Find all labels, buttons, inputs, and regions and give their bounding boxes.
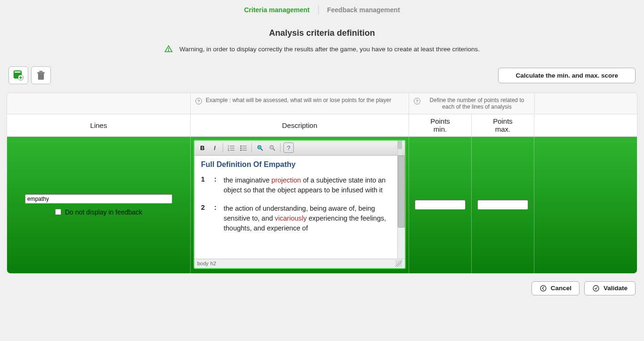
trash-icon — [35, 69, 47, 81]
warning-icon — [164, 45, 173, 53]
bulb-icon: ? — [195, 98, 202, 104]
editor-content[interactable]: Full Definition Of Empathy 1 : the imagi… — [194, 156, 397, 259]
definition-1: 1 : the imaginative projection of a subj… — [201, 175, 391, 195]
editor-toolbar: B I 123 — [194, 141, 405, 156]
editor-ordered-list-button[interactable]: 123 — [226, 143, 236, 153]
header-lines: Lines — [7, 114, 191, 136]
calculate-score-button[interactable]: Calculate the min. and max. score — [498, 68, 636, 83]
check-icon — [592, 285, 600, 292]
left-tools — [8, 66, 51, 84]
header-points-max: Points max. — [472, 114, 534, 136]
svg-point-27 — [270, 145, 274, 149]
editor-bold-button[interactable]: B — [197, 143, 208, 153]
editor-status-bar: body h2 — [194, 259, 405, 268]
hint-description: ? Example : what will be assessed, what … — [191, 93, 409, 114]
top-tabs: Criteria management Feedback management — [0, 0, 644, 20]
footer: Cancel Validate — [0, 274, 644, 295]
points-min-input[interactable] — [415, 200, 466, 210]
warning-text: Warning, in order to display correctly t… — [179, 46, 480, 53]
svg-point-29 — [540, 285, 546, 291]
editor-separator — [251, 143, 252, 152]
hint-lines — [7, 93, 191, 114]
hint-description-text: Example : what will be assessed, what wi… — [206, 97, 391, 103]
cell-rest — [534, 137, 637, 273]
no-display-label: Do not display in feedback — [65, 208, 142, 216]
svg-point-21 — [240, 148, 242, 149]
rich-text-editor[interactable]: B I 123 — [193, 140, 406, 269]
validate-button[interactable]: Validate — [584, 281, 636, 295]
header-description: Description — [191, 114, 409, 136]
hint-row: ? Example : what will be assessed, what … — [7, 93, 637, 114]
hint-rest — [535, 93, 637, 114]
back-icon — [539, 285, 547, 292]
cell-description: B I 123 — [191, 137, 409, 273]
svg-point-19 — [240, 145, 242, 147]
svg-point-25 — [258, 145, 261, 149]
editor-heading: Full Definition Of Empathy — [201, 160, 391, 169]
points-max-input[interactable] — [477, 200, 528, 210]
editor-toolbar-scrollbar[interactable] — [397, 141, 402, 155]
svg-rect-9 — [40, 71, 42, 72]
svg-point-1 — [168, 50, 169, 51]
hint-points: ? Define the number of points related to… — [409, 93, 535, 114]
criteria-grid: ? Example : what will be assessed, what … — [7, 93, 637, 274]
link-projection[interactable]: projection — [272, 176, 301, 184]
editor-path-h2[interactable]: h2 — [210, 261, 216, 266]
editor-separator — [223, 143, 223, 152]
cell-points-max — [472, 137, 534, 273]
no-display-checkbox[interactable] — [55, 209, 61, 215]
find-icon — [256, 144, 264, 151]
unordered-list-icon — [240, 144, 247, 151]
editor-resize-handle[interactable] — [395, 260, 402, 267]
svg-point-23 — [240, 150, 242, 151]
editor-scrollbar[interactable] — [397, 156, 405, 259]
criterion-row: Do not display in feedback B I 123 — [7, 137, 637, 273]
link-vicariously[interactable]: vicariously — [275, 214, 307, 222]
replace-icon — [268, 144, 276, 151]
editor-path-body[interactable]: body — [197, 261, 209, 266]
delete-criterion-button[interactable] — [31, 66, 51, 84]
add-icon — [12, 69, 24, 81]
editor-replace-button[interactable] — [267, 143, 277, 153]
page-title: Analysis criteria definition — [0, 28, 644, 38]
svg-rect-3 — [15, 71, 21, 72]
ordered-list-icon: 123 — [228, 144, 234, 151]
svg-text:3: 3 — [228, 149, 229, 151]
editor-unordered-list-button[interactable] — [238, 143, 249, 153]
definition-2: 2 : the action of understanding, being a… — [201, 204, 391, 233]
editor-help-button[interactable]: ? — [283, 143, 294, 153]
toolbar-row: Calculate the min. and max. score — [0, 66, 644, 84]
header-rest — [534, 114, 637, 136]
svg-line-28 — [273, 149, 275, 151]
tab-criteria-management[interactable]: Criteria management — [235, 6, 318, 14]
cancel-button[interactable]: Cancel — [531, 281, 580, 295]
cell-lines: Do not display in feedback — [7, 137, 191, 273]
editor-separator — [280, 143, 281, 152]
hint-points-text: Define the number of points related to e… — [424, 97, 530, 110]
editor-find-button[interactable] — [255, 143, 265, 153]
editor-italic-button[interactable]: I — [209, 143, 220, 153]
warning-row: Warning, in order to display correctly t… — [0, 45, 644, 53]
add-criterion-button[interactable] — [8, 66, 28, 84]
grid-header: Lines Description Points min. Points max… — [7, 114, 637, 137]
svg-line-26 — [261, 149, 263, 151]
header-points-min: Points min. — [409, 114, 472, 136]
tab-feedback-management[interactable]: Feedback management — [319, 6, 409, 14]
line-name-input[interactable] — [25, 194, 172, 204]
bulb-icon: ? — [414, 98, 420, 104]
cell-points-min — [409, 137, 472, 273]
svg-point-30 — [593, 285, 599, 291]
